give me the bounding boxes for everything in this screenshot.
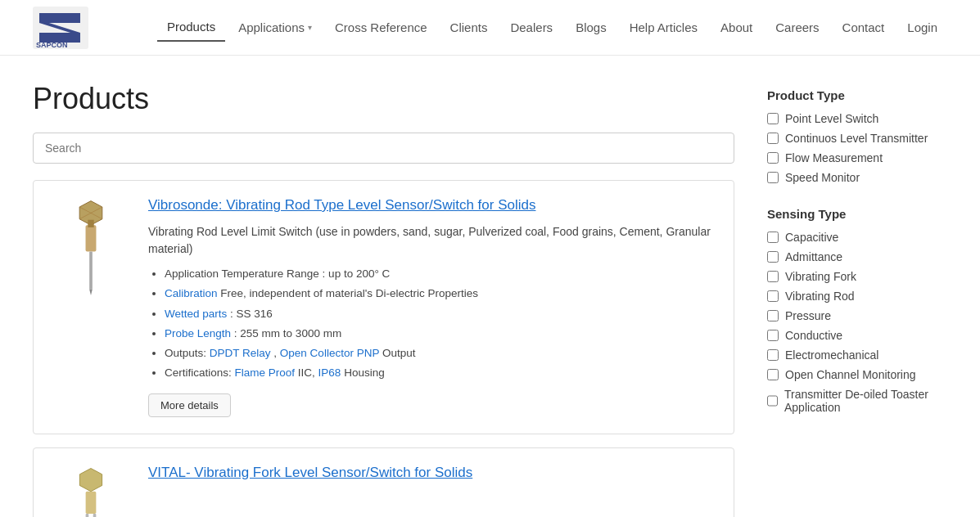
filter-label-point-level-switch: Point Level Switch [785, 112, 878, 125]
filter-product-type-title: Product Type [767, 88, 947, 102]
filter-pressure[interactable]: Pressure [767, 309, 947, 322]
nav-cross-reference[interactable]: Cross Reference [325, 14, 437, 41]
open-collector-link[interactable]: Open Collector PNP [280, 347, 379, 359]
nav-clients[interactable]: Clients [440, 14, 498, 41]
nav-login[interactable]: Login [897, 14, 947, 41]
filter-continuos-level[interactable]: Continuos Level Transmitter [767, 132, 947, 145]
checkbox-transmitter-deoiled[interactable] [767, 395, 778, 407]
filter-conductive[interactable]: Conductive [767, 329, 947, 342]
filter-sensing-type: Sensing Type Capacitive Admittance Vibra… [767, 207, 947, 414]
main-nav: Products Applications ▾ Cross Reference … [157, 13, 947, 42]
filter-product-type: Product Type Point Level Switch Continuo… [767, 88, 947, 184]
svg-rect-4 [86, 225, 97, 251]
nav-about[interactable]: About [711, 14, 762, 41]
filter-sensing-type-title: Sensing Type [767, 207, 947, 221]
checkbox-pressure[interactable] [767, 310, 779, 321]
nav-applications[interactable]: Applications ▾ [228, 14, 322, 41]
svg-rect-11 [86, 491, 97, 513]
svg-rect-12 [86, 514, 89, 518]
checkbox-conductive[interactable] [767, 330, 779, 341]
nav-careers[interactable]: Careers [765, 14, 829, 41]
applications-dropdown-icon: ▾ [308, 23, 312, 32]
filter-flow-measurement[interactable]: Flow Measurement [767, 151, 947, 164]
checkbox-vibrating-fork[interactable] [767, 271, 779, 282]
more-details-btn-1[interactable]: More details [148, 393, 231, 417]
main-header: SAPCON Products Applications ▾ Cross Ref… [0, 0, 980, 56]
bullet-1-5: Certifications: Flame Proof IIC, IP68 Ho… [165, 365, 717, 381]
sidebar: Product Type Point Level Switch Continuo… [767, 82, 947, 517]
filter-vibrating-fork[interactable]: Vibrating Fork [767, 270, 947, 283]
checkbox-point-level-switch[interactable] [767, 113, 779, 124]
bullet-1-1: Calibration Free, independent of materia… [165, 285, 717, 302]
checkbox-vibrating-rod[interactable] [767, 290, 779, 302]
product-title-1[interactable]: Vibrosonde: Vibrating Rod Type Level Sen… [148, 197, 717, 214]
filter-label-flow-measurement: Flow Measurement [785, 151, 883, 164]
content-area: Products [33, 82, 734, 517]
nav-blogs[interactable]: Blogs [566, 14, 616, 41]
filter-open-channel[interactable]: Open Channel Monitoring [767, 368, 947, 381]
filter-label-vibrating-rod: Vibrating Rod [785, 290, 855, 303]
checkbox-flow-measurement[interactable] [767, 152, 779, 164]
nav-dealers[interactable]: Dealers [500, 14, 562, 41]
bullet-1-0: Application Temperature Range : up to 20… [165, 266, 717, 282]
dpdt-relay-link[interactable]: DPDT Relay [210, 347, 271, 359]
product-info-2: VITAL- Vibrating Fork Level Sensor/Switc… [148, 465, 717, 491]
filter-label-conductive: Conductive [785, 329, 842, 342]
filter-capacitive[interactable]: Capacitive [767, 231, 947, 244]
checkbox-electromechanical[interactable] [767, 349, 779, 361]
svg-rect-5 [88, 220, 93, 227]
checkbox-capacitive[interactable] [767, 232, 779, 243]
product-desc-1: Vibrating Rod Level Limit Switch (use in… [148, 223, 717, 258]
filter-point-level-switch[interactable]: Point Level Switch [767, 112, 947, 125]
svg-rect-13 [93, 514, 97, 518]
page-container: Products [0, 56, 980, 517]
product-card-1: Vibrosonde: Vibrating Rod Type Level Sen… [33, 180, 734, 434]
bullet-1-2: Wetted parts : SS 316 [165, 306, 717, 322]
filter-label-electromechanical: Electromechanical [785, 348, 878, 362]
product-image-area-2 [50, 465, 132, 518]
filter-label-continuos-level: Continuos Level Transmitter [785, 132, 928, 145]
ip68-link[interactable]: IP68 [318, 366, 341, 379]
filter-label-speed-monitor: Speed Monitor [785, 171, 860, 184]
nav-products[interactable]: Products [157, 13, 225, 42]
nav-help-articles[interactable]: Help Articles [620, 14, 707, 41]
calibration-link[interactable]: Calibration [165, 287, 218, 299]
filter-vibrating-rod[interactable]: Vibrating Rod [767, 290, 947, 303]
filter-electromechanical[interactable]: Electromechanical [767, 348, 947, 362]
probe-length-link[interactable]: Probe Length [165, 327, 231, 339]
checkbox-open-channel[interactable] [767, 369, 779, 380]
logo-icon: SAPCON [33, 7, 88, 49]
filter-label-capacitive: Capacitive [785, 231, 838, 244]
filter-transmitter-deoiled[interactable]: Transmitter De-oiled Toaster Application [767, 388, 947, 414]
filter-label-pressure: Pressure [785, 309, 831, 322]
filter-label-transmitter-deoiled: Transmitter De-oiled Toaster Application [784, 388, 947, 414]
search-input[interactable] [33, 133, 734, 164]
checkbox-speed-monitor[interactable] [767, 172, 779, 183]
checkbox-continuos-level[interactable] [767, 133, 779, 144]
wetted-parts-link[interactable]: Wetted parts [165, 308, 227, 320]
product-title-2[interactable]: VITAL- Vibrating Fork Level Sensor/Switc… [148, 465, 717, 481]
svg-text:SAPCON: SAPCON [36, 41, 68, 49]
product-image-2 [62, 465, 120, 518]
filter-speed-monitor[interactable]: Speed Monitor [767, 171, 947, 184]
product-image-1 [62, 197, 120, 295]
flame-proof-link[interactable]: Flame Proof [235, 366, 296, 379]
filter-label-vibrating-fork: Vibrating Fork [785, 270, 856, 283]
svg-marker-10 [79, 468, 102, 491]
checkbox-admittance[interactable] [767, 251, 779, 263]
filter-admittance[interactable]: Admittance [767, 250, 947, 263]
svg-marker-7 [89, 290, 93, 295]
logo[interactable]: SAPCON [33, 7, 88, 49]
nav-contact[interactable]: Contact [833, 14, 895, 41]
filter-label-admittance: Admittance [785, 250, 842, 263]
product-info-1: Vibrosonde: Vibrating Rod Type Level Sen… [148, 197, 717, 417]
bullet-1-3: Probe Length : 255 mm to 3000 mm [165, 326, 717, 342]
product-image-area-1 [50, 197, 132, 295]
bullet-1-4: Outputs: DPDT Relay , Open Collector PNP… [165, 345, 717, 362]
filter-label-open-channel: Open Channel Monitoring [785, 368, 916, 381]
product-card-2: VITAL- Vibrating Fork Level Sensor/Switc… [33, 447, 734, 518]
product-bullets-1: Application Temperature Range : up to 20… [148, 266, 717, 382]
page-title: Products [33, 82, 734, 116]
svg-rect-6 [89, 251, 93, 289]
